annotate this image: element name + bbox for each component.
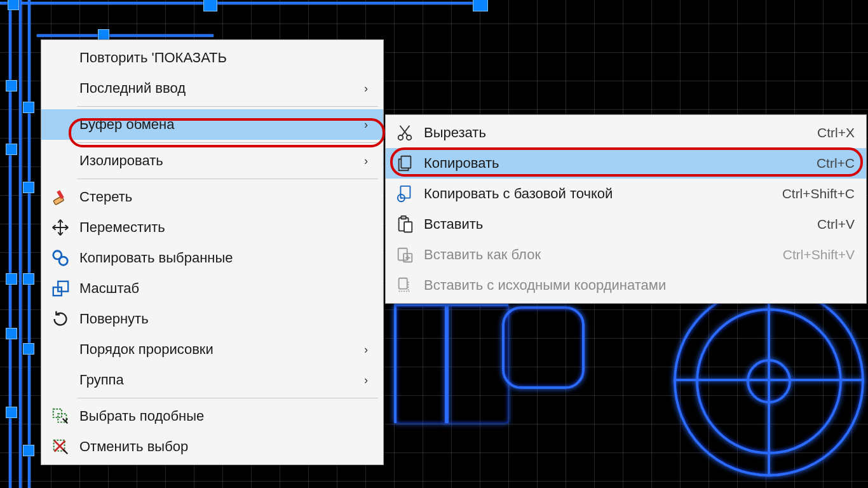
submenu-item-copy-base[interactable]: Копировать с базовой точкой Ctrl+Shift+C [386, 179, 866, 209]
menu-item-label: Буфер обмена [79, 116, 360, 133]
svg-rect-13 [401, 156, 410, 168]
svg-rect-18 [401, 216, 406, 219]
selection-edge [28, 0, 31, 488]
selection-grip[interactable] [23, 273, 34, 285]
menu-item-label: Переместить [79, 219, 372, 236]
copy-basepoint-icon [386, 184, 424, 203]
submenu-clipboard: Вырезать Ctrl+X Копировать Ctrl+C Копиро… [385, 114, 867, 304]
svg-point-3 [59, 257, 67, 265]
submenu-arrow-icon: › [360, 374, 372, 387]
menu-item-label: Масштаб [79, 280, 372, 297]
selection-edge [0, 2, 483, 4]
submenu-item-paste-original: Вставить с исходными координатами [386, 270, 866, 301]
cut-icon [386, 123, 424, 142]
select-similar-icon [41, 407, 79, 426]
copy-selected-icon [41, 248, 79, 268]
submenu-item-label: Копировать с базовой точкой [424, 186, 763, 202]
menu-item-select-similar[interactable]: Выбрать подобные [41, 401, 383, 431]
menu-item-group[interactable]: Группа › [41, 365, 383, 395]
menu-item-repeat[interactable]: Повторить 'ПОКАЗАТЬ [41, 43, 383, 73]
paste-icon [386, 215, 424, 234]
submenu-item-label: Копировать [424, 155, 797, 172]
submenu-item-label: Вставить как блок [424, 247, 764, 263]
paste-original-icon [386, 276, 424, 295]
menu-item-label: Изолировать [79, 152, 360, 169]
selection-grip[interactable] [23, 445, 34, 456]
menu-item-deselect[interactable]: Отменить выбор [41, 431, 383, 462]
menu-item-label: Выбрать подобные [79, 408, 372, 424]
submenu-arrow-icon: › [360, 82, 372, 95]
svg-point-16 [400, 197, 402, 199]
selection-grip[interactable] [6, 407, 17, 418]
selection-grip[interactable] [6, 328, 17, 339]
selection-grip[interactable] [6, 273, 17, 285]
submenu-item-shortcut: Ctrl+X [798, 125, 855, 140]
submenu-item-copy[interactable]: Копировать Ctrl+C [386, 148, 866, 179]
submenu-item-shortcut: Ctrl+Shift+C [763, 186, 855, 201]
submenu-item-label: Вырезать [424, 125, 798, 141]
move-icon [41, 218, 79, 237]
selection-grip[interactable] [23, 343, 34, 355]
drawing-line [394, 304, 508, 423]
menu-item-label: Отменить выбор [79, 438, 372, 455]
menu-separator [77, 179, 378, 179]
submenu-item-label: Вставить [424, 216, 798, 233]
menu-item-label: Последний ввод [79, 80, 360, 97]
erase-icon [41, 187, 79, 207]
selection-grip[interactable] [8, 0, 19, 10]
drawing-line [768, 286, 770, 477]
rotate-icon [41, 309, 79, 329]
selection-grip[interactable] [473, 0, 488, 11]
menu-item-label: Группа [79, 372, 360, 388]
selection-grip[interactable] [6, 144, 17, 155]
drawing-line [445, 304, 449, 423]
paste-block-icon [386, 245, 424, 264]
menu-item-isolate[interactable]: Изолировать › [41, 146, 383, 176]
menu-separator [77, 142, 378, 143]
submenu-arrow-icon: › [360, 343, 372, 356]
svg-rect-14 [400, 186, 410, 198]
menu-item-copy-selected[interactable]: Копировать выбранные [41, 243, 383, 273]
svg-rect-19 [404, 222, 412, 232]
menu-item-label: Повторить 'ПОКАЗАТЬ [79, 50, 372, 66]
submenu-item-shortcut: Ctrl+V [798, 217, 855, 232]
selection-grip[interactable] [203, 0, 217, 11]
context-menu: Повторить 'ПОКАЗАТЬ Последний ввод › Буф… [41, 39, 384, 465]
submenu-arrow-icon: › [360, 154, 372, 168]
menu-item-label: Повернуть [79, 311, 372, 327]
menu-item-scale[interactable]: Масштаб [41, 273, 383, 304]
selection-grip[interactable] [6, 80, 17, 92]
submenu-item-shortcut: Ctrl+C [797, 156, 855, 171]
drawing-shape [502, 306, 585, 389]
menu-item-clipboard[interactable]: Буфер обмена › [41, 109, 383, 140]
menu-separator [77, 398, 378, 398]
menu-item-label: Порядок прорисовки [79, 341, 360, 358]
submenu-arrow-icon: › [360, 118, 372, 132]
menu-separator [77, 106, 378, 107]
selection-grip[interactable] [23, 102, 34, 113]
svg-rect-5 [58, 281, 68, 292]
menu-item-erase[interactable]: Стереть [41, 182, 383, 212]
copy-icon [386, 154, 424, 173]
svg-rect-22 [399, 278, 407, 289]
submenu-item-cut[interactable]: Вырезать Ctrl+X [386, 118, 866, 148]
submenu-item-label: Вставить с исходными координатами [424, 277, 855, 294]
submenu-item-paste[interactable]: Вставить Ctrl+V [386, 209, 866, 240]
menu-item-label: Копировать выбранные [79, 250, 372, 266]
menu-item-draw-order[interactable]: Порядок прорисовки › [41, 334, 383, 365]
submenu-item-paste-block: Вставить как блок Ctrl+Shift+V [386, 240, 866, 270]
scale-icon [41, 279, 79, 298]
menu-item-rotate[interactable]: Повернуть [41, 304, 383, 334]
selection-edge [19, 0, 22, 488]
submenu-item-shortcut: Ctrl+Shift+V [764, 247, 855, 262]
selection-grip[interactable] [23, 182, 34, 193]
menu-item-label: Стереть [79, 189, 372, 205]
menu-item-recent-input[interactable]: Последний ввод › [41, 73, 383, 104]
menu-item-move[interactable]: Переместить [41, 212, 383, 243]
selection-edge [37, 34, 214, 37]
deselect-icon [41, 437, 79, 456]
